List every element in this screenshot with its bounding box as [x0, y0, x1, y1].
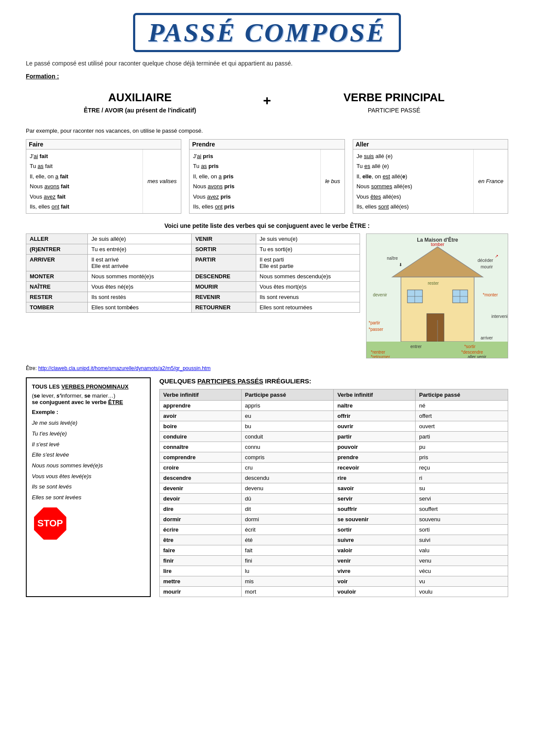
etre-section: Voici une petite liste des verbes qui se… — [26, 222, 508, 358]
verb-name: RESTER — [26, 292, 88, 302]
verb-infinitif: boire — [160, 421, 242, 432]
list-item: J'ai fait — [30, 151, 139, 161]
table-row: TOMBER Elles sont tombées RETOURNER Elle… — [26, 302, 360, 313]
col-header-verb-inf: Verbe infinitif — [160, 389, 242, 401]
aller-side: en France — [474, 149, 508, 213]
verb-name: (R)ENTRER — [26, 244, 88, 255]
pronominaux-title: TOUS LES VERBES PRONOMINAUX — [32, 383, 145, 390]
list-item: Nous sommes allé(es) — [357, 181, 470, 191]
svg-text:*rentrer: *rentrer — [371, 350, 385, 355]
verb-name: MONTER — [26, 271, 88, 282]
conjugation-tables: Faire J'ai fait Tu as fait Il, elle, on … — [26, 139, 508, 214]
col-header-verb-inf2: Verbe infinitif — [334, 389, 416, 401]
table-row: avoireuoffriroffert — [160, 411, 508, 421]
table-row: fairefaitvaloirvalu — [160, 545, 508, 556]
verb-conj: Nous sommes monté(e)s — [88, 271, 192, 282]
verb-conj: Elles sont retournées — [256, 302, 360, 313]
list-item: Nous avons fait — [30, 181, 139, 191]
participe-passe2: souffert — [416, 504, 508, 514]
faire-side: mes valises — [143, 149, 181, 213]
participe-passe2: offert — [416, 411, 508, 421]
page-title: PASSÉ COMPOSÉ — [133, 13, 401, 52]
participe-passe: eu — [241, 411, 334, 421]
list-item: Tu es allé (e) — [357, 161, 470, 171]
svg-text:naître: naître — [387, 256, 398, 261]
table-row: descendredescendurireri — [160, 473, 508, 483]
verb-conj: Elles sont tombées — [88, 302, 192, 313]
svg-text:*sortir: *sortir — [464, 344, 476, 349]
participe-passe2: servi — [416, 494, 508, 504]
participes-table: Verbe infinitif Participe passé Verbe in… — [159, 389, 508, 597]
svg-text:arriver: arriver — [481, 336, 493, 340]
etre-title: Voici une petite liste des verbes qui se… — [26, 222, 508, 229]
verb-name: MOURIR — [192, 282, 256, 292]
verb-infinitif2: voir — [334, 576, 416, 587]
prendre-header: Prendre — [189, 140, 344, 149]
list-item: Tu as fait — [30, 161, 139, 171]
svg-text:*partir: *partir — [369, 320, 380, 325]
verb-infinitif2: recevoir — [334, 463, 416, 473]
auxiliaire-section: AUXILIAIRE ÊTRE / AVOIR (au présent de l… — [26, 87, 508, 118]
faire-conjugations: J'ai fait Tu as fait Il, elle, on a fait… — [26, 149, 143, 213]
verbe-principal-subtitle: PARTICIPE PASSÉ — [280, 107, 508, 114]
verb-name: PARTIR — [192, 255, 256, 271]
verb-infinitif2: sortir — [334, 525, 416, 535]
verb-infinitif: mourir — [160, 587, 242, 597]
svg-rect-4 — [427, 314, 444, 342]
verb-name: VENIR — [192, 234, 256, 244]
participe-passe: appris — [241, 401, 334, 411]
table-row: comprendrecomprisprendrepris — [160, 452, 508, 463]
verb-infinitif2: vivre — [334, 566, 416, 576]
stop-sign-container: STOP — [32, 507, 145, 540]
table-row: direditsouffrirsouffert — [160, 504, 508, 514]
participe-passe: dû — [241, 494, 334, 504]
verb-infinitif: devenir — [160, 483, 242, 494]
svg-text:*passer: *passer — [369, 327, 384, 332]
verb-infinitif: devoir — [160, 494, 242, 504]
verb-infinitif2: offrir — [334, 411, 416, 421]
svg-text:rester: rester — [428, 281, 439, 286]
verb-name: ARRIVER — [26, 255, 88, 271]
etre-content: ALLER Je suis allé(e) VENIR Je suis venu… — [26, 233, 508, 358]
svg-text:devenir: devenir — [373, 292, 387, 297]
col-header-part-passe2: Participe passé — [416, 389, 508, 401]
table-row: boirebuouvrirouvert — [160, 421, 508, 432]
participe-passe2: souvenu — [416, 514, 508, 525]
svg-text:aller  venir: aller venir — [468, 355, 487, 358]
formation-label: Formation : — [26, 73, 508, 80]
verb-infinitif2: pouvoir — [334, 442, 416, 452]
table-row: mettremisvoirvu — [160, 576, 508, 587]
prendre-side: le bus — [321, 149, 345, 213]
participe-passe: bu — [241, 421, 334, 432]
table-row: devenirdevenusavoirsu — [160, 483, 508, 494]
participe-passe: connu — [241, 442, 334, 452]
verb-conj: Je suis venu(e) — [256, 234, 360, 244]
verb-infinitif2: prendre — [334, 452, 416, 463]
list-item: Il, elle, on a fait — [30, 171, 139, 181]
etre-link[interactable]: http://claweb.cla.unipd.it/home/smazurel… — [38, 365, 211, 371]
table-row: conduireconduitpartirparti — [160, 432, 508, 442]
verb-conj: Ils sont revenus — [256, 292, 360, 302]
participe-passe2: su — [416, 483, 508, 494]
participe-passe: fait — [241, 545, 334, 556]
participe-passe: mort — [241, 587, 334, 597]
participes-section: QUELQUES PARTICIPES PASSÉS IRRÉGULIERS: … — [159, 377, 508, 597]
table-row: finirfinivenirvenu — [160, 556, 508, 566]
list-item: Vous avez pris — [193, 192, 317, 202]
aller-table: Aller Je suis allé (e) Tu es allé (e) Il… — [353, 139, 508, 214]
participe-passe: dit — [241, 504, 334, 514]
list-item: Ils, elles sont allé(es) — [357, 202, 470, 212]
participe-passe: devenu — [241, 483, 334, 494]
table-header-row: Verbe infinitif Participe passé Verbe in… — [160, 389, 508, 401]
list-item: Il, elle, on a pris — [193, 171, 317, 181]
aller-header: Aller — [353, 140, 508, 149]
verb-conj: Nous sommes descendu(e)s — [256, 271, 360, 282]
faire-body: J'ai fait Tu as fait Il, elle, on a fait… — [26, 149, 181, 213]
bottom-section: TOUS LES VERBES PRONOMINAUX (se lever, s… — [26, 377, 508, 597]
list-item: J'ai pris — [193, 151, 317, 161]
pronominaux-box: TOUS LES VERBES PRONOMINAUX (se lever, s… — [26, 377, 151, 597]
svg-text:tomber: tomber — [431, 242, 444, 247]
stop-sign: STOP — [34, 507, 66, 540]
list-item: Il, elle, on est allé(e) — [357, 171, 470, 181]
verb-name: NAÎTRE — [26, 282, 88, 292]
